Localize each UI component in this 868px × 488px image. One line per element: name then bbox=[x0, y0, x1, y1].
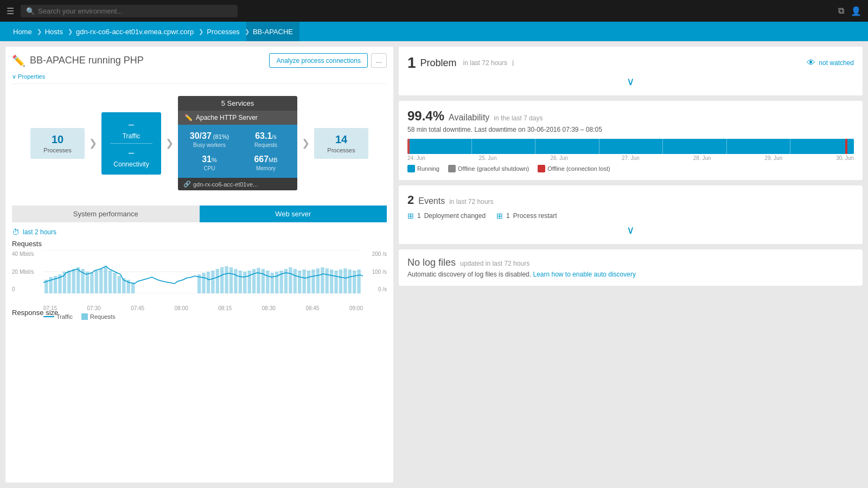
apache-label: Apache HTTP Server bbox=[196, 114, 258, 121]
svg-rect-12 bbox=[86, 272, 89, 293]
conn-label: Connectivity bbox=[110, 160, 152, 168]
apache-edit-icon: ✏️ bbox=[184, 114, 193, 121]
watch-badge: 👁 not watched bbox=[807, 58, 854, 68]
svg-rect-31 bbox=[234, 269, 237, 293]
properties-bar[interactable]: ∨ Properties bbox=[12, 73, 387, 84]
apache-icon: ✏️ bbox=[12, 54, 25, 67]
legend-graceful: Offline (graceful shutdown) bbox=[448, 165, 529, 172]
svg-rect-4 bbox=[49, 277, 53, 293]
svg-rect-5 bbox=[54, 276, 57, 293]
problem-count: 1 bbox=[407, 54, 416, 72]
web-server-tab[interactable]: Web server bbox=[200, 206, 387, 222]
breadcrumb-host[interactable]: gdn-rx-co6-acc-et01v.emea.cpwr.corp bbox=[69, 22, 200, 41]
svg-rect-24 bbox=[202, 273, 205, 293]
connection-lost-legend-dot bbox=[538, 165, 545, 172]
svg-rect-23 bbox=[197, 274, 201, 293]
events-header: 2 Events in last 72 hours bbox=[407, 193, 854, 207]
top-nav: ☰ 🔍 ⧉ 👤 bbox=[0, 0, 868, 22]
log-desc-text: Automatic discovery of log files is disa… bbox=[407, 271, 531, 278]
log-discovery-link[interactable]: Learn how to enable auto discovery bbox=[533, 271, 635, 278]
avail-line-6 bbox=[790, 139, 790, 154]
x-label-0: 07:15 bbox=[43, 305, 57, 311]
svg-rect-57 bbox=[353, 271, 356, 293]
time-label: last 2 hours bbox=[23, 228, 56, 236]
legend-traffic: Traffic bbox=[43, 313, 73, 320]
metric-busy-workers-label: Busy workers bbox=[184, 142, 234, 148]
svg-rect-19 bbox=[118, 276, 121, 293]
running-legend-dot bbox=[407, 165, 415, 172]
metrics-grid: 30/37 (81%) Busy workers 63.1/s Requests… bbox=[178, 125, 297, 178]
problem-header: 1 Problem in last 72 hours ℹ 👁 not watch… bbox=[407, 54, 854, 72]
svg-rect-32 bbox=[239, 271, 242, 293]
events-expand-button[interactable]: ∨ bbox=[407, 223, 854, 236]
svg-rect-16 bbox=[104, 267, 107, 293]
svg-rect-52 bbox=[330, 269, 333, 293]
svg-rect-56 bbox=[348, 269, 352, 293]
breadcrumb-bb-apache[interactable]: BB-APACHE bbox=[246, 22, 299, 41]
log-files-card: No log files updated in last 72 hours Au… bbox=[399, 249, 863, 286]
svg-rect-53 bbox=[334, 271, 337, 293]
svg-rect-21 bbox=[127, 280, 130, 293]
x-label-4: 08:15 bbox=[218, 305, 232, 311]
legend-requests: Requests bbox=[81, 313, 115, 320]
breadcrumb-hosts[interactable]: Hosts bbox=[39, 22, 69, 41]
user-icon[interactable]: 👤 bbox=[851, 6, 861, 16]
x-labels: 07:15 07:30 07:45 08:00 08:15 08:30 08:4… bbox=[43, 305, 363, 311]
problem-label: Problem bbox=[420, 57, 457, 69]
breadcrumb-processes[interactable]: Processes bbox=[200, 22, 246, 41]
svg-rect-55 bbox=[343, 268, 347, 293]
more-button[interactable]: ... bbox=[371, 53, 387, 68]
events-list: ⊞ 1 Deployment changed ⊞ 1 Process resta… bbox=[407, 211, 854, 220]
svg-rect-11 bbox=[81, 269, 84, 293]
problem-timeframe: in last 72 hours bbox=[463, 59, 507, 67]
legend-running: Running bbox=[407, 165, 439, 172]
log-header: No log files updated in last 72 hours bbox=[407, 257, 854, 268]
metric-cpu-label: CPU bbox=[184, 165, 234, 171]
event-restart-label: Process restart bbox=[513, 212, 557, 220]
hamburger-icon[interactable]: ☰ bbox=[7, 6, 14, 16]
y-label-mid: 20 Mbit/s bbox=[12, 269, 42, 275]
events-timeframe: in last 72 hours bbox=[449, 198, 493, 206]
svg-rect-41 bbox=[279, 271, 283, 293]
availability-bar bbox=[407, 139, 854, 154]
svg-rect-26 bbox=[211, 271, 214, 293]
svg-rect-22 bbox=[131, 282, 135, 293]
y-labels-right: 200 /s 100 /s 0 /s bbox=[365, 250, 387, 293]
windows-icon[interactable]: ⧉ bbox=[838, 6, 844, 16]
host-link-icon: 🔗 bbox=[183, 181, 191, 188]
metric-busy-workers: 30/37 (81%) Busy workers bbox=[182, 129, 237, 150]
time-indicator: ⏱ last 2 hours bbox=[12, 228, 387, 236]
svg-rect-34 bbox=[248, 271, 251, 293]
svg-rect-8 bbox=[67, 271, 71, 293]
legend-connection-lost: Offline (connection lost) bbox=[538, 165, 610, 172]
services-box: 5 Services ✏️ Apache HTTP Server 30/37 (… bbox=[178, 96, 297, 190]
svg-rect-6 bbox=[58, 274, 61, 293]
left-arrow-icon: ❯ bbox=[89, 137, 97, 149]
avail-x-labels: 24. Jun 25. Jun 26. Jun 27. Jun 28. Jun … bbox=[407, 155, 854, 161]
x-label-3: 08:00 bbox=[175, 305, 188, 311]
svg-rect-44 bbox=[293, 269, 297, 293]
svg-rect-10 bbox=[76, 267, 80, 293]
svg-rect-58 bbox=[357, 269, 360, 293]
svg-rect-27 bbox=[216, 269, 219, 293]
y-label-top: 40 Mbit/s bbox=[12, 251, 42, 257]
left-panel: ✏️ BB-APACHE running PHP Analyze process… bbox=[5, 47, 393, 483]
log-subtitle: updated in last 72 hours bbox=[460, 260, 529, 267]
problem-expand-button[interactable]: ∨ bbox=[407, 75, 854, 88]
chart-legend: Traffic Requests bbox=[43, 313, 387, 320]
host-label: gdn-rx-co6-acc-et01ve... bbox=[193, 181, 258, 188]
svg-rect-40 bbox=[275, 272, 278, 293]
event-deployment-count: 1 bbox=[417, 212, 421, 220]
system-performance-tab[interactable]: System performance bbox=[12, 206, 200, 222]
analyze-connections-button[interactable]: Analyze process connections bbox=[269, 53, 367, 68]
svg-rect-7 bbox=[63, 272, 66, 293]
search-input[interactable] bbox=[38, 7, 232, 15]
middle-arrow-icon: ❯ bbox=[165, 137, 174, 149]
events-label: Events bbox=[418, 196, 445, 206]
svg-rect-48 bbox=[311, 269, 315, 293]
search-bar[interactable]: 🔍 bbox=[21, 5, 238, 17]
breadcrumb-home[interactable]: Home bbox=[7, 22, 39, 41]
traffic-legend-label: Traffic bbox=[56, 313, 73, 320]
metric-busy-workers-value: 30/37 (81%) bbox=[184, 131, 234, 141]
svg-rect-42 bbox=[284, 269, 288, 293]
